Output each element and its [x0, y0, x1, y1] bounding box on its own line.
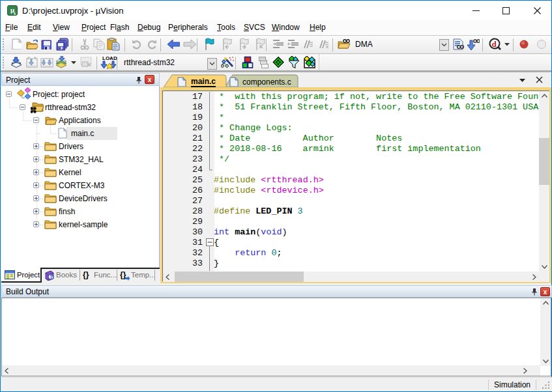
svg-text:d: d [492, 39, 497, 49]
svg-text:s: s [14, 10, 16, 16]
svg-text:?: ? [50, 273, 53, 280]
svg-text:LOAD: LOAD [102, 55, 117, 61]
